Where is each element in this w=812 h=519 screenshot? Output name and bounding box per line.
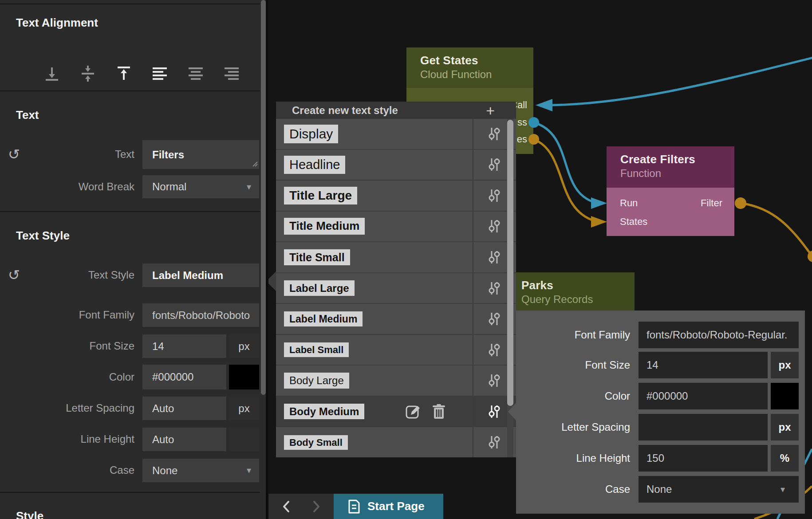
letter-spacing-field[interactable] bbox=[639, 414, 768, 440]
case-select[interactable]: None bbox=[639, 476, 799, 503]
align-bottom-icon[interactable] bbox=[43, 65, 61, 83]
wire-filter bbox=[741, 203, 812, 256]
run-input-arrow[interactable] bbox=[591, 197, 607, 209]
node-title: Get States bbox=[420, 54, 533, 67]
tab-start-page[interactable]: Start Page bbox=[334, 494, 443, 519]
edge-port-dot bbox=[808, 251, 812, 262]
letter-spacing-unit[interactable]: px bbox=[229, 397, 259, 420]
font-size-field[interactable]: 14 bbox=[639, 352, 768, 378]
case-label: Case bbox=[516, 483, 630, 495]
line-height-unit[interactable]: % bbox=[771, 445, 799, 472]
font-size-unit[interactable]: px bbox=[771, 352, 799, 378]
sliders-icon[interactable] bbox=[488, 435, 501, 450]
sliders-icon[interactable] bbox=[488, 342, 501, 358]
align-center-icon[interactable] bbox=[187, 65, 205, 83]
align-right-icon[interactable] bbox=[223, 65, 240, 83]
sliders-icon[interactable] bbox=[488, 250, 501, 265]
sliders-icon[interactable] bbox=[488, 157, 501, 172]
wire-call bbox=[552, 58, 812, 105]
line-height-field[interactable]: 150 bbox=[639, 445, 768, 472]
align-left-icon[interactable] bbox=[151, 65, 169, 83]
text-alignment-buttons bbox=[43, 65, 240, 83]
trash-icon[interactable] bbox=[432, 404, 446, 420]
align-vertical-center-icon[interactable] bbox=[79, 65, 97, 83]
wire-states bbox=[534, 139, 595, 221]
sliders-icon[interactable] bbox=[488, 188, 501, 203]
list-item-title-small[interactable]: Title Small bbox=[276, 241, 516, 272]
color-swatch[interactable] bbox=[229, 365, 259, 389]
resize-handle-icon[interactable] bbox=[251, 160, 258, 167]
port-run-label: Run bbox=[620, 197, 638, 209]
sliders-icon[interactable] bbox=[488, 311, 501, 326]
list-item-title-medium[interactable]: Title Medium bbox=[276, 211, 516, 242]
node-create-filters[interactable]: Create Filters Function Run States Filte… bbox=[607, 146, 734, 236]
line-height-label: Line Height bbox=[516, 452, 630, 464]
panel-scrollbar-thumb[interactable] bbox=[261, 0, 266, 395]
port-states-label: es bbox=[517, 134, 527, 145]
list-item-headline[interactable]: Headline bbox=[276, 149, 516, 180]
states-input-arrow[interactable] bbox=[591, 216, 607, 228]
font-family-field[interactable]: fonts/Roboto/Roboto bbox=[142, 303, 259, 327]
text-style-properties-popup: Font Family fonts/Roboto/Roboto-Regular.… bbox=[516, 311, 805, 514]
text-style-list: Display Headline Title Large Title Mediu… bbox=[276, 119, 516, 457]
filter-output-port[interactable] bbox=[735, 197, 746, 209]
font-size-label: Font Size bbox=[0, 340, 134, 352]
list-item-body-medium[interactable]: Body Medium bbox=[276, 396, 516, 427]
dropdown-header: Create new text style + bbox=[276, 102, 516, 119]
list-item-label-small[interactable]: Label Small bbox=[276, 334, 516, 365]
text-section-heading: Text bbox=[16, 108, 39, 122]
text-input[interactable]: Filters bbox=[142, 140, 259, 169]
word-break-select[interactable]: Normal bbox=[142, 175, 259, 198]
color-field[interactable]: #000000 bbox=[142, 365, 226, 389]
text-style-label: Text Style bbox=[0, 269, 134, 281]
letter-spacing-label: Letter Spacing bbox=[0, 402, 134, 414]
text-style-heading: Text Style bbox=[16, 229, 70, 243]
edit-icon[interactable] bbox=[405, 404, 421, 420]
properties-panel: Text Alignment Text ↺ Text Filters Word … bbox=[0, 0, 267, 519]
port-states-in-label: States bbox=[620, 216, 647, 228]
sliders-icon[interactable] bbox=[488, 219, 501, 234]
back-icon[interactable] bbox=[281, 500, 291, 513]
call-input-arrow[interactable] bbox=[536, 99, 552, 111]
app-root: Get States Cloud Function Call ss es Cre… bbox=[0, 0, 812, 519]
list-item-display[interactable]: Display bbox=[276, 119, 516, 149]
node-subtitle: Function bbox=[620, 167, 734, 180]
forward-icon[interactable] bbox=[311, 500, 321, 513]
font-size-field[interactable]: 14 bbox=[142, 334, 226, 358]
sliders-icon[interactable] bbox=[488, 404, 501, 419]
create-new-text-style-label: Create new text style bbox=[292, 104, 486, 117]
text-style-select[interactable]: Label Medium bbox=[142, 263, 259, 287]
letter-spacing-label: Letter Spacing bbox=[516, 421, 630, 433]
align-top-icon[interactable] bbox=[115, 65, 133, 83]
page-tab-bar: Start Page bbox=[268, 494, 443, 519]
font-family-field[interactable]: fonts/Roboto/Roboto-Regular. bbox=[639, 322, 799, 348]
dropdown-scrollbar-thumb[interactable] bbox=[507, 120, 513, 406]
line-height-label: Line Height bbox=[0, 433, 134, 445]
sliders-icon[interactable] bbox=[488, 373, 501, 388]
list-item-body-large[interactable]: Body Large bbox=[276, 365, 516, 396]
sliders-icon[interactable] bbox=[488, 126, 501, 142]
list-item-body-small[interactable]: Body Small bbox=[276, 426, 516, 457]
font-family-label: Font Family bbox=[516, 329, 630, 341]
panel-canvas-divider bbox=[266, 0, 268, 519]
wire-success-run bbox=[534, 122, 595, 202]
letter-spacing-field[interactable]: Auto bbox=[142, 397, 226, 420]
color-swatch[interactable] bbox=[771, 383, 799, 409]
color-field[interactable]: #000000 bbox=[639, 383, 768, 409]
add-text-style-icon[interactable]: + bbox=[486, 103, 495, 118]
node-title: Parks bbox=[521, 279, 635, 292]
line-height-unit[interactable] bbox=[229, 428, 259, 451]
style-section-heading: Style bbox=[16, 509, 43, 519]
list-item-title-large[interactable]: Title Large bbox=[276, 180, 516, 211]
sliders-icon[interactable] bbox=[488, 281, 501, 296]
color-label: Color bbox=[516, 390, 630, 402]
letter-spacing-unit[interactable]: px bbox=[771, 414, 799, 440]
list-item-label-medium[interactable]: Label Medium bbox=[276, 303, 516, 334]
font-size-unit[interactable]: px bbox=[229, 334, 259, 358]
case-label: Case bbox=[0, 464, 134, 476]
line-height-field[interactable]: Auto bbox=[142, 428, 226, 451]
node-parks[interactable]: Parks Query Records bbox=[506, 272, 635, 315]
case-select[interactable]: None bbox=[142, 459, 259, 482]
tab-label: Start Page bbox=[367, 499, 425, 513]
list-item-label-large[interactable]: Label Large bbox=[276, 272, 516, 303]
